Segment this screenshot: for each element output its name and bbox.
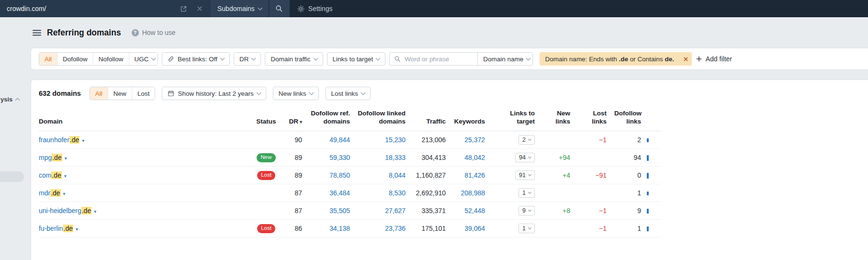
- open-external-icon[interactable]: [175, 0, 192, 17]
- table-body: fraunhofer.de▾ 90 49,844 15,230 213,006 …: [39, 131, 661, 237]
- col-header-new-links[interactable]: New links: [539, 107, 574, 131]
- chevron-down-icon: [256, 90, 261, 95]
- dofollow-linked-link[interactable]: 8,044: [389, 171, 406, 179]
- tab-nofollow[interactable]: Nofollow: [93, 53, 129, 65]
- domain-link[interactable]: fu-berlin: [39, 225, 63, 232]
- col-header-dr[interactable]: DR▾: [283, 107, 306, 131]
- keywords-link[interactable]: 39,064: [464, 225, 485, 232]
- target-url-input[interactable]: [0, 5, 175, 12]
- dofollow-ref-link[interactable]: 35,505: [329, 207, 350, 215]
- dofollow-ref-link[interactable]: 78,850: [329, 171, 350, 179]
- links-to-target-cell: 91: [489, 166, 539, 184]
- status-tab-new[interactable]: New: [108, 87, 132, 100]
- status-tab-lost[interactable]: Lost: [132, 87, 155, 100]
- dofollow-ref-link[interactable]: 49,844: [329, 136, 350, 144]
- col-header-links-to-target[interactable]: Links to target: [489, 107, 539, 131]
- history-bar: [647, 209, 649, 214]
- dofollow-ref-link[interactable]: 34,138: [329, 225, 350, 232]
- dofollow-ref-link[interactable]: 36,484: [329, 189, 350, 197]
- chevron-down-icon: [151, 56, 156, 60]
- links-to-target-select[interactable]: 9: [519, 206, 535, 215]
- how-to-use-link[interactable]: ? How to use: [132, 29, 176, 36]
- domain-link[interactable]: com: [39, 171, 51, 179]
- chevron-down-icon: [528, 155, 531, 158]
- dofollow-linked-link[interactable]: 18,333: [385, 154, 406, 161]
- dofollow-links-cell: 2: [610, 131, 645, 148]
- links-to-target-select[interactable]: 91: [515, 170, 535, 180]
- best-links-filter[interactable]: Best links: Off: [162, 52, 230, 66]
- col-header-dofollow-links[interactable]: Dofollow links: [610, 107, 645, 131]
- domain-dropdown-caret[interactable]: ▾: [63, 191, 66, 196]
- col-header-domain[interactable]: Domain: [39, 107, 249, 131]
- links-to-target-select[interactable]: 1: [519, 224, 535, 233]
- links-to-target-select[interactable]: 1: [519, 188, 535, 198]
- col-header-status[interactable]: Status: [249, 107, 283, 131]
- search-button[interactable]: [269, 0, 290, 17]
- domain-dropdown-caret[interactable]: ▾: [76, 226, 78, 232]
- col-header-dofollow-linked[interactable]: Dofollow linked domains: [354, 107, 409, 131]
- sidebar-item-label: ysis: [0, 96, 12, 103]
- lost-links-cell: −91: [574, 166, 610, 184]
- keywords-cell: 39,064: [450, 219, 489, 237]
- new-links-filter[interactable]: New links: [273, 87, 319, 100]
- dofollow-linked-cell: 18,333: [354, 148, 409, 166]
- domain-link[interactable]: mdr: [39, 189, 50, 197]
- add-filter-button[interactable]: Add filter: [696, 55, 732, 63]
- show-history-filter[interactable]: Show history: Last 2 years: [162, 87, 266, 100]
- clear-url-icon[interactable]: [192, 0, 208, 17]
- traffic-cell: 304,413: [409, 148, 450, 166]
- domain-link[interactable]: uni-heidelberg: [39, 207, 81, 215]
- keywords-link[interactable]: 208,988: [461, 189, 485, 197]
- tab-dofollow[interactable]: Dofollow: [57, 53, 93, 65]
- remove-filter-icon[interactable]: [680, 52, 692, 66]
- word-search-input[interactable]: [401, 53, 477, 65]
- dofollow-linked-link[interactable]: 8,530: [389, 189, 406, 197]
- settings-button[interactable]: Settings: [290, 0, 340, 17]
- history-cell: [645, 184, 661, 202]
- tab-all[interactable]: All: [39, 53, 57, 65]
- traffic-cell: 1,160,827: [409, 166, 450, 184]
- lost-links-filter[interactable]: Lost links: [326, 87, 371, 100]
- dofollow-linked-link[interactable]: 27,627: [385, 207, 406, 215]
- links-to-target-select[interactable]: 2: [519, 135, 535, 145]
- dofollow-linked-link[interactable]: 23,736: [385, 225, 406, 232]
- domain-link[interactable]: mpg: [39, 154, 52, 161]
- col-header-keywords[interactable]: Keywords: [450, 107, 489, 131]
- status-tab-all[interactable]: All: [90, 87, 108, 100]
- domain-traffic-filter[interactable]: Domain traffic: [265, 52, 323, 66]
- mode-selector[interactable]: Subdomains: [211, 0, 269, 17]
- domain-dropdown-caret[interactable]: ▾: [64, 173, 67, 179]
- col-header-dofollow-ref[interactable]: Dofollow ref. domains: [306, 107, 354, 131]
- keywords-link[interactable]: 25,372: [464, 136, 485, 144]
- domain-highlight: .de: [52, 154, 62, 161]
- search-scope-select[interactable]: Domain name: [477, 53, 532, 65]
- tab-ugc[interactable]: UGC: [129, 53, 158, 65]
- dofollow-ref-link[interactable]: 59,330: [329, 154, 350, 161]
- dr-filter[interactable]: DR: [234, 52, 261, 66]
- gear-icon: [297, 5, 304, 12]
- keywords-link[interactable]: 48,042: [464, 154, 485, 161]
- links-to-target-select[interactable]: 94: [515, 153, 535, 162]
- keywords-link[interactable]: 81,426: [464, 171, 485, 179]
- sidebar-item-analysis[interactable]: ysis: [0, 96, 19, 103]
- domain-link[interactable]: fraunhofer: [39, 136, 69, 144]
- links-to-target-cell: 1: [489, 184, 539, 202]
- col-header-lost-links[interactable]: Lost links: [574, 107, 610, 131]
- status-cell: [249, 202, 283, 219]
- sidebar-item-selected[interactable]: [0, 171, 24, 182]
- domain-dropdown-caret[interactable]: ▾: [82, 138, 84, 143]
- table-header-row: Domain Status DR▾ Dofollow ref. domains …: [39, 107, 661, 131]
- dofollow-linked-link[interactable]: 15,230: [385, 136, 406, 144]
- domain-dropdown-caret[interactable]: ▾: [94, 209, 96, 214]
- menu-icon[interactable]: [33, 29, 41, 36]
- col-header-traffic[interactable]: Traffic: [409, 107, 450, 131]
- keywords-link[interactable]: 52,448: [464, 207, 485, 215]
- active-filter-chip[interactable]: Domain name: Ends with .de or Contains d…: [540, 52, 692, 66]
- chevron-down-icon: [528, 137, 531, 141]
- domain-dropdown-caret[interactable]: ▾: [65, 156, 67, 161]
- dr-filter-label: DR: [239, 56, 249, 63]
- history-bar: [647, 173, 649, 179]
- help-icon: ?: [132, 29, 139, 36]
- links-to-target-filter[interactable]: Links to target: [327, 52, 386, 66]
- main-content: Referring domains ? How to use All Dofol…: [31, 17, 868, 260]
